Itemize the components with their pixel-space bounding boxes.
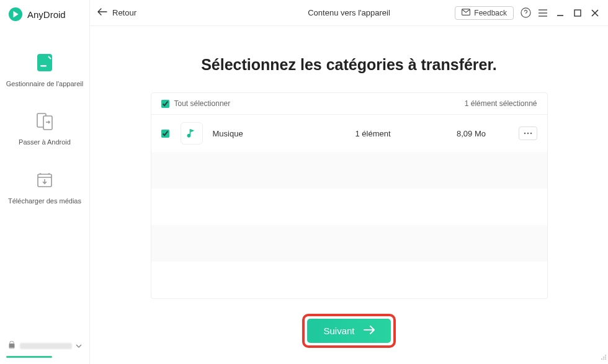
empty-row (151, 225, 547, 262)
feedback-button[interactable]: Feedback (455, 6, 514, 20)
back-label: Retour (112, 8, 136, 17)
arrow-right-icon (364, 326, 375, 336)
sidebar-item-download-media[interactable]: Télécharger des médias (0, 169, 89, 205)
svg-point-17 (605, 358, 606, 360)
device-name-blurred (20, 343, 72, 349)
svg-point-10 (527, 133, 529, 135)
row-checkbox[interactable] (161, 130, 169, 138)
select-all-checkbox[interactable] (161, 100, 169, 108)
content: Sélectionnez les catégories à transférer… (90, 26, 608, 364)
svg-point-15 (601, 358, 602, 360)
svg-point-14 (605, 357, 606, 358)
svg-point-11 (530, 133, 532, 135)
svg-rect-1 (40, 65, 47, 67)
selected-count: 1 élément sélectionné (465, 99, 537, 108)
category-name: Musique (213, 129, 312, 138)
sidebar-nav: Gestionnaire de l'appareil Passer à Andr… (0, 29, 89, 205)
topbar: Retour Contenu vers l'appareil Feedback (90, 0, 608, 26)
menu-button[interactable] (537, 7, 548, 19)
select-all-label: Tout sélectionner (174, 99, 231, 108)
category-count: 1 élément (312, 129, 434, 138)
svg-rect-0 (37, 54, 52, 71)
page-title: Contenu vers l'appareil (308, 8, 390, 17)
svg-rect-8 (574, 10, 581, 16)
svg-point-16 (603, 358, 604, 360)
minimize-button[interactable] (555, 7, 566, 19)
sidebar: AnyDroid Gestionnaire de l'appareil Pass… (0, 0, 90, 364)
back-button[interactable]: Retour (97, 8, 136, 17)
brand: AnyDroid (0, 0, 89, 29)
maximize-button[interactable] (572, 7, 583, 19)
resize-grip-icon[interactable] (601, 352, 607, 363)
svg-point-13 (603, 357, 604, 358)
close-button[interactable] (589, 7, 601, 19)
next-label: Suivant (323, 326, 354, 336)
storage-bar (6, 356, 52, 358)
sidebar-item-label: Télécharger des médias (8, 197, 81, 205)
android-icon (7, 340, 16, 352)
sidebar-item-label: Passer à Android (19, 138, 71, 146)
svg-point-9 (524, 133, 525, 135)
svg-rect-3 (43, 116, 52, 130)
empty-row (151, 189, 547, 225)
chevron-down-icon (76, 340, 82, 352)
brand-name: AnyDroid (27, 9, 66, 20)
sidebar-item-switch-android[interactable]: Passer à Android (0, 110, 89, 146)
download-media-icon (34, 169, 55, 190)
brand-logo-icon (9, 7, 22, 21)
help-button[interactable] (520, 7, 531, 19)
switch-android-icon (34, 110, 55, 131)
music-icon (181, 122, 203, 144)
category-panel: Tout sélectionner 1 élément sélectionné … (151, 92, 548, 299)
category-row: Musique 1 élément 8,09 Mo (151, 115, 547, 152)
headline: Sélectionnez les catégories à transférer… (201, 56, 497, 74)
device-switcher[interactable] (6, 338, 83, 358)
category-size: 8,09 Mo (434, 129, 509, 138)
svg-point-12 (605, 355, 606, 356)
sidebar-item-label: Gestionnaire de l'appareil (6, 79, 83, 88)
empty-row (151, 262, 547, 298)
feedback-label: Feedback (474, 9, 507, 17)
mail-icon (462, 9, 470, 17)
device-manager-icon (34, 52, 55, 73)
arrow-left-icon (97, 8, 107, 17)
more-button[interactable] (519, 127, 537, 140)
main: Retour Contenu vers l'appareil Feedback (90, 0, 608, 364)
empty-row (151, 152, 547, 189)
svg-rect-5 (9, 344, 14, 347)
panel-header: Tout sélectionner 1 élément sélectionné (151, 93, 547, 115)
next-highlight: Suivant (302, 314, 395, 348)
sidebar-item-device-manager[interactable]: Gestionnaire de l'appareil (0, 52, 89, 88)
next-button[interactable]: Suivant (307, 319, 390, 343)
